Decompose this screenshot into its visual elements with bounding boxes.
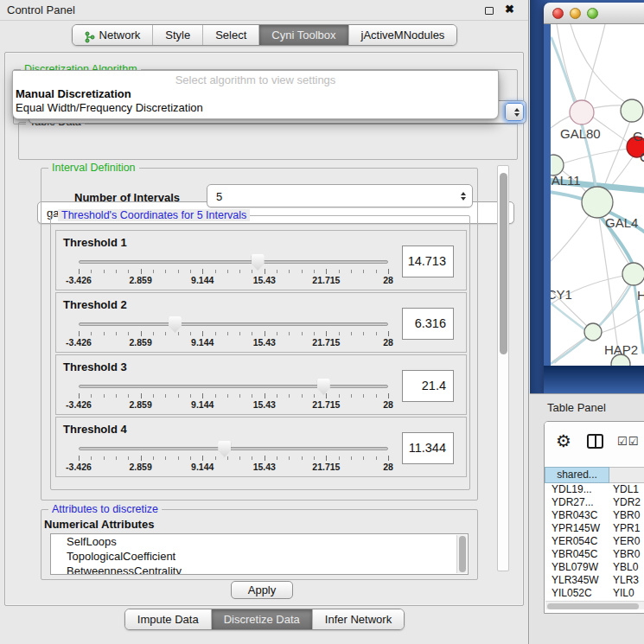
tab-jactivemnodules[interactable]: jActiveMNodules [348,25,457,45]
threshold-value-field[interactable]: 11.344 [402,432,454,464]
threshold-value-field[interactable]: 14.713 [402,245,454,277]
slider-thumb[interactable] [169,316,182,333]
network-view[interactable]: GAL80GACGAL11GAL4GCY1HHAP2 [544,24,644,393]
zoom-traffic-light-icon[interactable] [587,8,598,19]
table-cell[interactable]: YDL1 [609,483,644,496]
network-canvas[interactable]: GAL80GACGAL11GAL4GCY1HHAP2 [551,24,644,366]
tab-discretize-data[interactable]: Discretize Data [211,609,312,629]
close-icon[interactable]: ✖ [505,3,514,16]
table-cell[interactable]: YBR045C [545,548,609,561]
table-cell[interactable]: YBL0 [609,561,644,574]
column-header-name[interactable]: n [609,467,644,483]
slider-thumb[interactable] [252,254,265,271]
attributes-scrollbar[interactable] [456,535,467,573]
slider-tick [265,331,265,336]
table-cell[interactable]: YBR043C [545,509,609,522]
table-cell[interactable]: YLR345W [545,574,609,587]
slider-tick-label: 28 [383,462,393,472]
tab-network[interactable]: Network [73,25,153,45]
table-cell[interactable]: YER0 [609,535,644,548]
table-cell[interactable]: YBR0 [609,509,644,522]
num-intervals-combobox[interactable]: 5 [207,184,473,207]
table-row[interactable]: YDR27...YDR2 [545,496,644,509]
panel-scrollbar[interactable] [497,165,509,571]
close-traffic-light-icon[interactable] [552,8,564,19]
float-window-icon[interactable] [485,7,494,15]
slider-tick [215,332,216,335]
table-row[interactable]: YLR345WYLR3 [545,574,644,587]
node-top-right[interactable] [621,99,643,122]
threshold-value-field[interactable]: 6.316 [402,308,454,340]
node-h[interactable] [622,263,644,285]
select-columns-icon[interactable]: ☑☑ [617,435,639,448]
tab-label: Infer Network [325,609,392,629]
table-cell[interactable]: YPR145W [545,522,609,535]
table-cell[interactable]: YIL0 [609,587,644,600]
dropdown-item-manual-discretization[interactable]: Manual Discretization [16,87,131,100]
tab-label: Network [99,25,141,45]
minimize-traffic-light-icon[interactable] [570,8,581,19]
slider-tick [91,394,92,398]
table-cell[interactable]: YDR27... [545,496,609,509]
table-cell[interactable]: YBR0 [609,548,644,561]
node-gal4[interactable] [582,187,613,218]
scrollbar-thumb[interactable] [500,173,507,354]
threshold-slider[interactable]: -3.4262.8599.14415.4321.71528 [79,317,388,350]
threshold-slider[interactable]: -3.4262.8599.14415.4321.71528 [79,379,388,412]
apply-button[interactable]: Apply [231,581,293,599]
table-toolbar: ⚙ ☑☑ [545,422,644,465]
gear-icon[interactable]: ⚙ [556,432,571,450]
split-columns-icon[interactable] [587,434,603,449]
table-row[interactable]: YDL19...YDL1 [545,483,644,496]
tab-cyni-toolbox[interactable]: Cyni Toolbox [258,25,348,45]
slider-tick-label: 28 [383,337,393,348]
threshold-value-field[interactable]: 21.4 [402,370,454,402]
network-edge[interactable] [602,121,630,194]
table-row[interactable]: YBR045CYBR0 [545,548,644,561]
scrollbar-thumb[interactable] [547,603,639,609]
slider-thumb[interactable] [218,441,231,457]
table-header: shared... n [545,467,644,483]
table-hscrollbar[interactable] [545,601,644,609]
interval-definition-group: Interval Definition Number of Intervals … [41,168,478,501]
table-cell[interactable]: YDL19... [545,483,609,496]
network-canvas-svg: GAL80GACGAL11GAL4GCY1HHAP2 [551,24,644,366]
numerical-attributes-list[interactable]: SelfLoopsTopologicalCoefficientBetweenne… [50,533,469,575]
node-hap2[interactable] [584,323,602,341]
table-cell[interactable]: YDR2 [609,496,644,509]
network-edge[interactable] [551,337,586,363]
list-item[interactable]: TopologicalCoefficient [51,549,468,564]
table-cell[interactable]: YLR3 [609,574,644,587]
table-row[interactable]: YBR043CYBR0 [545,509,644,522]
network-edge[interactable] [583,24,605,111]
slider-tick-label: -3.426 [66,462,92,472]
column-header-shared-name[interactable]: shared... [545,467,609,483]
dropdown-item-equal-width-frequency[interactable]: Equal Width/Frequency Discretization [16,101,203,114]
table-cell[interactable]: YPR1 [609,522,644,535]
list-item[interactable]: SelfLoops [51,534,468,549]
table-cell[interactable]: YIL052C [545,587,609,600]
tab-infer-network[interactable]: Infer Network [312,609,404,629]
slider-thumb[interactable] [317,379,330,395]
scrollbar-thumb[interactable] [459,536,466,572]
slider-tick [302,270,303,273]
list-item[interactable]: BetweennessCentrality [51,564,468,575]
threshold-slider[interactable]: -3.4262.8599.14415.4321.71528 [79,442,388,475]
node-gal80[interactable] [570,100,594,124]
tab-style[interactable]: Style [152,25,202,45]
threshold-slider[interactable]: -3.4262.8599.14415.4321.71528 [79,255,388,288]
table-row[interactable]: YBL079WYBL0 [545,561,644,574]
table-row[interactable]: YIL052CYIL0 [545,587,644,600]
tab-select[interactable]: Select [202,25,258,45]
tab-impute-data[interactable]: Impute Data [125,609,211,629]
network-edge[interactable] [551,214,590,271]
tab-label: Cyni Toolbox [271,25,335,45]
table-cell[interactable]: YER054C [545,535,609,548]
network-edge[interactable] [571,24,628,104]
table-cell[interactable]: YBL079W [545,561,609,574]
threshold-label: Threshold 3 [63,360,127,373]
combo-spinner-focused[interactable] [505,103,524,121]
table-row[interactable]: YPR145WYPR1 [545,522,644,535]
network-edge[interactable] [557,24,580,109]
table-row[interactable]: YER054CYER0 [545,535,644,548]
